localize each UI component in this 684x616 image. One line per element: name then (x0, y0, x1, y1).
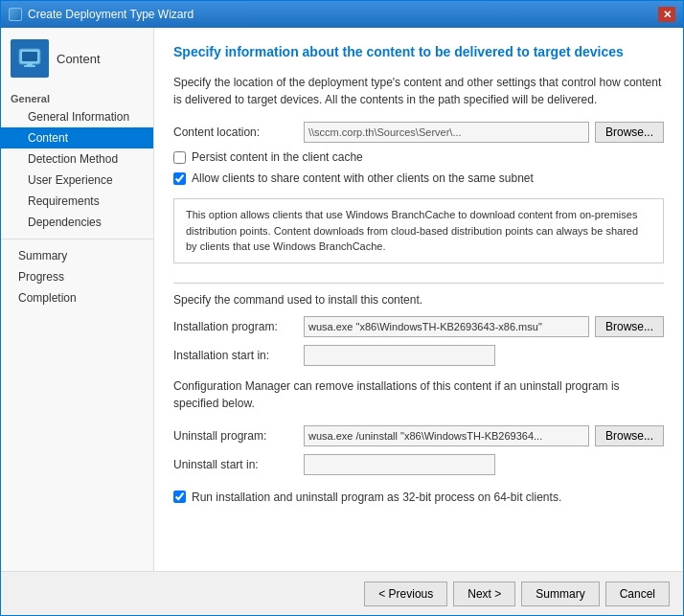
content-location-row: Content location: Browse... (173, 122, 664, 143)
allow-share-label: Allow clients to share content with othe… (192, 171, 534, 185)
uninstall-start-row: Uninstall start in: (173, 454, 664, 475)
titlebar: Create Deployment Type Wizard ✕ (1, 1, 683, 28)
sidebar: Content General General Information Cont… (1, 28, 154, 571)
sidebar-item-general-information[interactable]: General Information (1, 106, 153, 127)
sidebar-item-content[interactable]: Content (1, 127, 153, 148)
config-manager-note: Configuration Manager can remove install… (173, 377, 664, 412)
wizard-window: Create Deployment Type Wizard ✕ Content … (0, 0, 684, 616)
uninstall-program-label: Uninstall program: (173, 429, 298, 443)
uninstall-program-input[interactable] (304, 425, 589, 446)
persist-cache-label: Persist content in the client cache (192, 150, 363, 164)
sidebar-item-user-experience[interactable]: User Experience (1, 170, 153, 191)
sidebar-header: Content (1, 35, 153, 87)
titlebar-app-icon (9, 8, 22, 21)
sidebar-icon-label: Content (57, 52, 101, 66)
allow-share-checkbox[interactable] (173, 172, 186, 185)
wizard-footer: < Previous Next > Summary Cancel (1, 571, 683, 615)
run-32bit-label: Run installation and uninstall program a… (192, 491, 561, 504)
content-location-browse-button[interactable]: Browse... (595, 122, 664, 143)
sidebar-general-section: General General Information Content Dete… (1, 89, 153, 233)
sidebar-divider (1, 239, 153, 240)
titlebar-title: Create Deployment Type Wizard (28, 8, 194, 21)
content-location-label: Content location: (173, 125, 298, 139)
sidebar-item-detection-method[interactable]: Detection Method (1, 148, 153, 170)
installation-program-row: Installation program: Browse... (173, 316, 664, 337)
sidebar-item-dependencies[interactable]: Dependencies (1, 212, 153, 233)
content-location-input[interactable] (304, 122, 589, 143)
sidebar-main-icon (11, 39, 49, 78)
sidebar-item-progress[interactable]: Progress (1, 266, 153, 287)
sidebar-item-summary[interactable]: Summary (1, 245, 153, 266)
svg-rect-3 (27, 63, 33, 66)
sidebar-item-requirements[interactable]: Requirements (1, 191, 153, 212)
branchcache-info-text: This option allows clients that use Wind… (186, 209, 638, 252)
titlebar-left: Create Deployment Type Wizard (9, 8, 194, 21)
installation-program-input[interactable] (304, 316, 589, 337)
sidebar-item-completion[interactable]: Completion (1, 287, 153, 308)
summary-button[interactable]: Summary (521, 582, 599, 606)
content-icon (16, 45, 43, 72)
uninstall-program-browse-button[interactable]: Browse... (595, 425, 664, 446)
installation-program-label: Installation program: (173, 320, 298, 333)
main-title: Specify information about the content to… (173, 43, 664, 60)
install-section-label: Specify the command used to install this… (173, 293, 664, 307)
installation-start-label: Installation start in: (173, 349, 298, 362)
persist-cache-row: Persist content in the client cache (173, 150, 664, 164)
uninstall-start-input[interactable] (304, 454, 495, 475)
main-panel: Specify information about the content to… (154, 28, 683, 571)
content-area: Content General General Information Cont… (1, 28, 683, 571)
run-32bit-row: Run installation and uninstall program a… (173, 491, 664, 504)
close-button[interactable]: ✕ (658, 7, 675, 22)
branchcache-info-box: This option allows clients that use Wind… (173, 198, 664, 263)
persist-cache-checkbox[interactable] (173, 151, 186, 164)
allow-share-row: Allow clients to share content with othe… (173, 171, 664, 185)
uninstall-program-row: Uninstall program: Browse... (173, 425, 664, 446)
installation-start-row: Installation start in: (173, 345, 664, 366)
section-divider (173, 283, 664, 284)
cancel-button[interactable]: Cancel (605, 582, 670, 606)
installation-start-input[interactable] (304, 345, 495, 366)
installation-program-browse-button[interactable]: Browse... (595, 316, 664, 337)
run-32bit-checkbox[interactable] (173, 491, 186, 503)
sidebar-group-general: General (1, 89, 153, 106)
uninstall-start-label: Uninstall start in: (173, 458, 298, 471)
previous-button[interactable]: < Previous (364, 582, 447, 606)
svg-rect-1 (22, 52, 37, 61)
next-button[interactable]: Next > (453, 582, 515, 606)
main-description: Specify the location of the deployment t… (173, 74, 664, 108)
